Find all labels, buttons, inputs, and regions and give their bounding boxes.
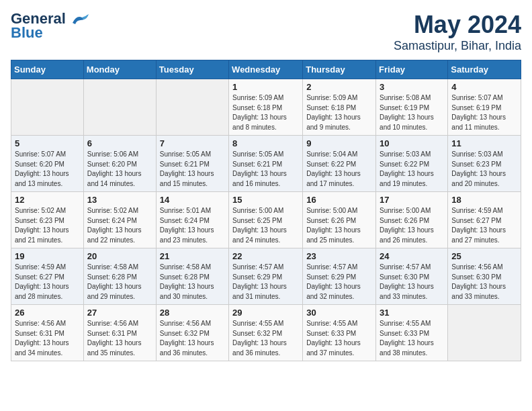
day-number: 24 <box>380 251 444 261</box>
header-saturday: Saturday <box>448 60 521 79</box>
calendar-week-row: 19Sunrise: 4:59 AM Sunset: 6:27 PM Dayli… <box>11 248 521 305</box>
day-number: 31 <box>380 308 444 318</box>
day-info: Sunrise: 4:59 AM Sunset: 6:27 PM Dayligh… <box>451 206 517 245</box>
table-row: 7Sunrise: 5:05 AM Sunset: 6:21 PM Daylig… <box>156 136 228 192</box>
table-row: 4Sunrise: 5:07 AM Sunset: 6:19 PM Daylig… <box>448 79 521 136</box>
table-row: 30Sunrise: 4:55 AM Sunset: 6:33 PM Dayli… <box>303 305 376 361</box>
table-row <box>448 305 521 361</box>
day-info: Sunrise: 5:04 AM Sunset: 6:22 PM Dayligh… <box>306 150 372 189</box>
logo-bird-icon <box>71 13 90 26</box>
table-row: 24Sunrise: 4:57 AM Sunset: 6:30 PM Dayli… <box>376 248 448 305</box>
day-info: Sunrise: 5:06 AM Sunset: 6:20 PM Dayligh… <box>87 150 152 189</box>
day-number: 14 <box>160 195 225 205</box>
day-number: 17 <box>380 195 444 205</box>
day-number: 10 <box>380 138 444 148</box>
calendar-week-row: 5Sunrise: 5:07 AM Sunset: 6:20 PM Daylig… <box>11 136 521 192</box>
day-info: Sunrise: 5:00 AM Sunset: 6:26 PM Dayligh… <box>380 206 444 245</box>
day-info: Sunrise: 5:02 AM Sunset: 6:24 PM Dayligh… <box>87 206 152 245</box>
table-row: 9Sunrise: 5:04 AM Sunset: 6:22 PM Daylig… <box>303 136 376 192</box>
table-row: 2Sunrise: 5:09 AM Sunset: 6:18 PM Daylig… <box>303 79 376 136</box>
day-info: Sunrise: 5:07 AM Sunset: 6:19 PM Dayligh… <box>451 93 517 132</box>
day-number: 4 <box>451 82 517 92</box>
table-row: 28Sunrise: 4:56 AM Sunset: 6:32 PM Dayli… <box>156 305 228 361</box>
header-wednesday: Wednesday <box>229 60 303 79</box>
calendar-week-row: 1Sunrise: 5:09 AM Sunset: 6:18 PM Daylig… <box>11 79 521 136</box>
table-row: 19Sunrise: 4:59 AM Sunset: 6:27 PM Dayli… <box>11 248 84 305</box>
table-row: 16Sunrise: 5:00 AM Sunset: 6:26 PM Dayli… <box>303 192 376 248</box>
day-number: 1 <box>232 82 299 92</box>
table-row: 8Sunrise: 5:05 AM Sunset: 6:21 PM Daylig… <box>229 136 303 192</box>
calendar-table: Sunday Monday Tuesday Wednesday Thursday… <box>11 60 521 361</box>
calendar-header-row: Sunday Monday Tuesday Wednesday Thursday… <box>11 60 521 79</box>
day-number: 15 <box>232 195 299 205</box>
header-tuesday: Tuesday <box>156 60 228 79</box>
day-info: Sunrise: 4:56 AM Sunset: 6:32 PM Dayligh… <box>160 319 225 358</box>
day-number: 5 <box>15 138 80 148</box>
day-info: Sunrise: 4:57 AM Sunset: 6:30 PM Dayligh… <box>380 263 444 302</box>
day-info: Sunrise: 5:08 AM Sunset: 6:19 PM Dayligh… <box>380 93 444 132</box>
calendar-week-row: 26Sunrise: 4:56 AM Sunset: 6:31 PM Dayli… <box>11 305 521 361</box>
day-number: 30 <box>306 308 372 318</box>
day-info: Sunrise: 4:57 AM Sunset: 6:29 PM Dayligh… <box>232 263 299 302</box>
day-info: Sunrise: 5:00 AM Sunset: 6:25 PM Dayligh… <box>232 206 299 245</box>
table-row: 10Sunrise: 5:03 AM Sunset: 6:22 PM Dayli… <box>376 136 448 192</box>
table-row: 23Sunrise: 4:57 AM Sunset: 6:29 PM Dayli… <box>303 248 376 305</box>
table-row: 1Sunrise: 5:09 AM Sunset: 6:18 PM Daylig… <box>229 79 303 136</box>
day-info: Sunrise: 4:56 AM Sunset: 6:31 PM Dayligh… <box>87 319 152 358</box>
day-number: 28 <box>160 308 225 318</box>
day-number: 18 <box>451 195 517 205</box>
table-row: 29Sunrise: 4:55 AM Sunset: 6:32 PM Dayli… <box>229 305 303 361</box>
header-friday: Friday <box>376 60 448 79</box>
day-info: Sunrise: 5:03 AM Sunset: 6:23 PM Dayligh… <box>451 150 517 189</box>
table-row <box>83 79 156 136</box>
day-number: 2 <box>306 82 372 92</box>
day-info: Sunrise: 4:59 AM Sunset: 6:27 PM Dayligh… <box>15 263 80 302</box>
table-row: 13Sunrise: 5:02 AM Sunset: 6:24 PM Dayli… <box>83 192 156 248</box>
day-info: Sunrise: 4:55 AM Sunset: 6:32 PM Dayligh… <box>232 319 299 358</box>
day-number: 12 <box>15 195 80 205</box>
title-block: May 2024 Samastipur, Bihar, India <box>394 11 521 53</box>
header-monday: Monday <box>83 60 156 79</box>
day-info: Sunrise: 5:05 AM Sunset: 6:21 PM Dayligh… <box>232 150 299 189</box>
day-info: Sunrise: 4:56 AM Sunset: 6:30 PM Dayligh… <box>451 263 517 302</box>
header-thursday: Thursday <box>303 60 376 79</box>
table-row: 20Sunrise: 4:58 AM Sunset: 6:28 PM Dayli… <box>83 248 156 305</box>
day-number: 20 <box>87 251 152 261</box>
day-number: 9 <box>306 138 372 148</box>
day-info: Sunrise: 4:55 AM Sunset: 6:33 PM Dayligh… <box>380 319 444 358</box>
day-info: Sunrise: 4:58 AM Sunset: 6:28 PM Dayligh… <box>160 263 225 302</box>
day-info: Sunrise: 4:56 AM Sunset: 6:31 PM Dayligh… <box>15 319 80 358</box>
table-row: 5Sunrise: 5:07 AM Sunset: 6:20 PM Daylig… <box>11 136 84 192</box>
table-row: 31Sunrise: 4:55 AM Sunset: 6:33 PM Dayli… <box>376 305 448 361</box>
day-info: Sunrise: 5:09 AM Sunset: 6:18 PM Dayligh… <box>232 93 299 132</box>
table-row: 12Sunrise: 5:02 AM Sunset: 6:23 PM Dayli… <box>11 192 84 248</box>
header-sunday: Sunday <box>11 60 84 79</box>
day-number: 3 <box>380 82 444 92</box>
table-row: 17Sunrise: 5:00 AM Sunset: 6:26 PM Dayli… <box>376 192 448 248</box>
table-row: 14Sunrise: 5:01 AM Sunset: 6:24 PM Dayli… <box>156 192 228 248</box>
day-number: 26 <box>15 308 80 318</box>
table-row: 18Sunrise: 4:59 AM Sunset: 6:27 PM Dayli… <box>448 192 521 248</box>
table-row: 26Sunrise: 4:56 AM Sunset: 6:31 PM Dayli… <box>11 305 84 361</box>
table-row: 6Sunrise: 5:06 AM Sunset: 6:20 PM Daylig… <box>83 136 156 192</box>
table-row: 15Sunrise: 5:00 AM Sunset: 6:25 PM Dayli… <box>229 192 303 248</box>
day-number: 7 <box>160 138 225 148</box>
day-info: Sunrise: 5:03 AM Sunset: 6:22 PM Dayligh… <box>380 150 444 189</box>
day-info: Sunrise: 5:05 AM Sunset: 6:21 PM Dayligh… <box>160 150 225 189</box>
day-number: 29 <box>232 308 299 318</box>
logo-blue-text: Blue <box>11 24 43 42</box>
table-row: 25Sunrise: 4:56 AM Sunset: 6:30 PM Dayli… <box>448 248 521 305</box>
day-info: Sunrise: 5:07 AM Sunset: 6:20 PM Dayligh… <box>15 150 80 189</box>
day-number: 8 <box>232 138 299 148</box>
day-info: Sunrise: 5:09 AM Sunset: 6:18 PM Dayligh… <box>306 93 372 132</box>
table-row: 3Sunrise: 5:08 AM Sunset: 6:19 PM Daylig… <box>376 79 448 136</box>
day-number: 25 <box>451 251 517 261</box>
table-row <box>11 79 84 136</box>
day-number: 6 <box>87 138 152 148</box>
day-number: 19 <box>15 251 80 261</box>
day-info: Sunrise: 4:58 AM Sunset: 6:28 PM Dayligh… <box>87 263 152 302</box>
table-row <box>156 79 228 136</box>
day-number: 13 <box>87 195 152 205</box>
table-row: 22Sunrise: 4:57 AM Sunset: 6:29 PM Dayli… <box>229 248 303 305</box>
calendar-title: May 2024 <box>394 11 521 39</box>
